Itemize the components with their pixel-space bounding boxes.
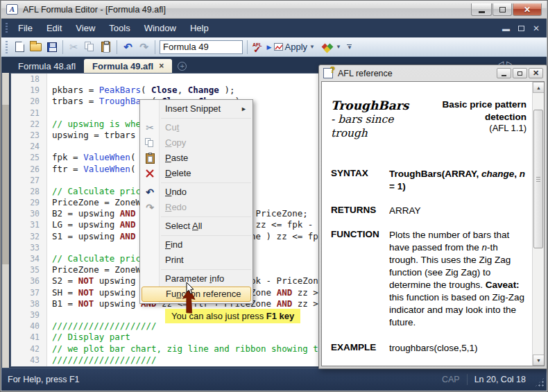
scroll-up-icon[interactable]: ▲ [533, 82, 545, 93]
reference-scrollbar[interactable]: ▲ ▼ [532, 82, 544, 366]
menu-item-label: Cut [165, 122, 179, 133]
menu-tools[interactable]: Tools [102, 19, 137, 37]
reference-title-bar[interactable]: AFL reference ✕ [319, 65, 547, 81]
apply-chart-icon [274, 43, 283, 51]
paste-clipboard-icon [101, 42, 110, 52]
mouse-pointer-icon [185, 282, 195, 296]
menu-separator [161, 216, 251, 217]
insert-indicator-button[interactable] [322, 42, 333, 53]
line-number: 35 [11, 264, 46, 275]
maximize-button[interactable] [493, 3, 512, 16]
new-file-icon [15, 42, 24, 52]
context-menu-item-undo[interactable]: ↶Undo [140, 185, 252, 200]
reference-label: RETURNS [331, 205, 389, 217]
close-button[interactable]: ✕ [513, 3, 542, 16]
tab-close-icon[interactable]: × [159, 61, 164, 71]
minimize-icon [502, 75, 506, 76]
title-bar[interactable]: A AFL Formula Editor - [Formula 49.afl] … [1, 1, 547, 19]
reference-minimize-button[interactable] [497, 68, 511, 78]
new-tab-icon[interactable] [178, 62, 187, 71]
reference-maximize-button[interactable] [513, 68, 527, 78]
mdi-close-icon[interactable]: ✕ [533, 24, 540, 33]
help-book-icon [323, 68, 333, 78]
mdi-minimize-icon[interactable]: ▬ [502, 24, 510, 33]
line-number: 37 [11, 287, 46, 298]
line-number: 33 [11, 242, 46, 253]
afl-reference-window[interactable]: AFL reference ✕ TroughBars - bars since … [318, 65, 547, 369]
verify-syntax-button[interactable]: AFL ✓ [252, 42, 262, 52]
line-number: 26 [11, 164, 46, 175]
reference-function-subtitle: - bars since trough [331, 112, 404, 140]
copy-icon-back [87, 44, 94, 51]
scroll-down-icon[interactable]: ▼ [533, 355, 545, 366]
menu-window[interactable]: Window [137, 19, 183, 37]
tab-formula-49[interactable]: Formula 49.afl × [84, 59, 172, 73]
context-menu-item-insert-snippet[interactable]: Insert Snippet► [140, 101, 252, 117]
cut-scissors-icon: ✂ [69, 42, 78, 52]
context-menu-item-parameter-info[interactable]: Parameter info [140, 271, 252, 287]
context-menu-item-delete[interactable]: Delete [140, 166, 252, 181]
tab-formula-48[interactable]: Formula 48.afl [10, 59, 84, 73]
line-number: 20 [11, 96, 46, 107]
reference-row-syntax: SYNTAXTroughBars(ARRAY, change, n = 1) [331, 168, 526, 193]
resize-grip[interactable] [535, 377, 545, 387]
line-number: 38 [11, 298, 46, 309]
context-menu-item-print[interactable]: Print [140, 253, 252, 268]
left-scroll-thumb[interactable] [2, 105, 9, 264]
left-scroll-strip[interactable] [2, 73, 9, 368]
undo-button[interactable]: ↶ [120, 40, 136, 55]
indicator-dropdown-icon[interactable]: ▼ [336, 44, 341, 50]
status-bar: For Help, press F1 CAP Ln 20, Col 18 [1, 368, 547, 391]
reference-close-button[interactable]: ✕ [529, 68, 543, 78]
save-file-button[interactable] [44, 40, 60, 55]
toolbar-overflow-button[interactable]: ▼ [347, 44, 352, 50]
context-menu-item-paste[interactable]: Paste [140, 151, 252, 166]
copy-icon [140, 135, 160, 151]
apply-dropdown-icon[interactable]: ▼ [309, 44, 315, 50]
afl-checkmark-icon: ✓ [253, 47, 261, 52]
cut-button[interactable]: ✂ [66, 40, 82, 55]
application-window: A AFL Formula Editor - [Formula 49.afl] … [0, 0, 548, 392]
reference-label: EXAMPLE [331, 342, 389, 355]
context-menu-item-copy[interactable]: Copy [140, 135, 252, 151]
copy-button[interactable] [82, 40, 98, 55]
mdi-restore-icon[interactable] [518, 26, 524, 31]
context-menu-item-redo[interactable]: ↷Redo [140, 200, 252, 215]
maximize-icon [517, 71, 522, 76]
new-file-button[interactable] [12, 40, 28, 55]
menu-item-label: Select All [165, 221, 202, 231]
open-file-button[interactable] [28, 40, 44, 55]
context-menu-item-cut[interactable]: ✂Cut [140, 120, 252, 135]
paste-button[interactable] [98, 40, 114, 55]
toolbar-grip[interactable] [6, 41, 8, 53]
formula-name-input[interactable] [160, 40, 243, 54]
menu-item-label: Find [165, 239, 182, 250]
editor-context-menu: Insert Snippet►✂CutCopyPasteDelete↶Undo↷… [139, 99, 253, 304]
line-number: 19 [11, 85, 46, 96]
apply-button[interactable]: ▶ Apply ▼ [267, 42, 315, 52]
menu-view[interactable]: View [69, 19, 102, 37]
menu-help[interactable]: Help [183, 19, 216, 37]
cut-icon: ✂ [140, 120, 160, 135]
caps-lock-indicator: CAP [442, 375, 460, 384]
line-number: 41 [11, 332, 46, 343]
menu-item-label: Paste [165, 153, 188, 163]
context-menu-item-select-all[interactable]: Select All [140, 219, 252, 234]
line-number: 32 [11, 231, 46, 242]
scrollbar-thumb[interactable] [533, 110, 543, 248]
menu-edit[interactable]: Edit [40, 19, 69, 37]
line-number: 40 [11, 321, 46, 332]
menu-separator [161, 235, 251, 236]
cursor-position-indicator: Ln 20, Col 18 [474, 375, 526, 384]
menu-separator [161, 118, 251, 119]
undo-icon: ↶ [140, 185, 160, 200]
context-menu-item-find[interactable]: Find [140, 237, 252, 253]
menubar-grip[interactable] [6, 23, 8, 34]
delete-icon [140, 166, 160, 181]
line-number: 39 [11, 309, 46, 321]
minimize-button[interactable] [471, 3, 492, 16]
line-number: 25 [11, 152, 46, 163]
line-number: 44 [11, 366, 46, 367]
menu-file[interactable]: File [11, 19, 40, 37]
redo-button[interactable]: ↷ [136, 40, 152, 55]
